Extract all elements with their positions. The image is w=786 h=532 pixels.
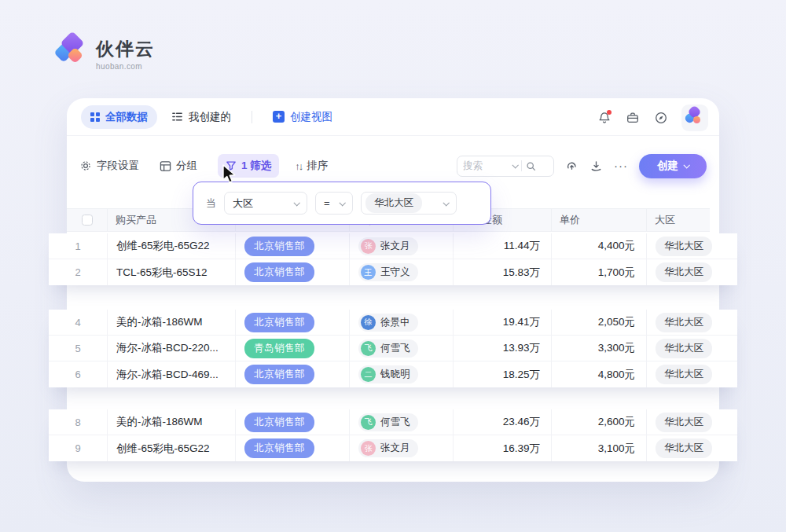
cell-person[interactable]: 飞何雪飞 [350, 409, 454, 435]
row-number: 5 [49, 336, 108, 361]
cell-region[interactable]: 华北大区 [647, 336, 737, 361]
region-tag: 华北大区 [656, 365, 712, 384]
cell-price[interactable]: 4,400元 [552, 233, 647, 259]
search-box[interactable] [457, 156, 554, 177]
sort-button[interactable]: ↑↓ 排序 [295, 159, 328, 173]
search-input[interactable] [463, 160, 509, 171]
cell-price[interactable]: 4,800元 [552, 361, 647, 387]
group-button[interactable]: 分组 [160, 159, 197, 173]
create-button-label: 创建 [657, 159, 678, 173]
cell-dept[interactable]: 北京销售部 [236, 435, 350, 461]
field-settings-button[interactable]: 字段设置 [79, 159, 139, 173]
more-icon[interactable]: ··· [614, 162, 628, 170]
brand-logo: 伙伴云 huoban.com [53, 33, 155, 71]
cell-product[interactable]: 美的-冰箱-186WM [108, 310, 236, 335]
table-row[interactable]: 2TCL-65彩电-65S12北京销售部王王守义15.83万1,700元华北大区 [49, 259, 737, 285]
cell-dept[interactable]: 北京销售部 [236, 310, 350, 335]
cell-price[interactable]: 2,600元 [552, 409, 647, 435]
cell-dept[interactable]: 北京销售部 [236, 233, 350, 259]
cell-dept[interactable]: 北京销售部 [236, 409, 350, 435]
cell-region[interactable]: 华北大区 [647, 435, 737, 461]
row-number: 2 [49, 259, 108, 285]
create-button[interactable]: 创建 [639, 154, 707, 178]
chevron-down-icon[interactable] [512, 162, 518, 168]
cell-person[interactable]: 飞何雪飞 [350, 336, 454, 361]
cell-person[interactable]: 张张文月 [350, 233, 454, 259]
tab-my-created-label: 我创建的 [189, 110, 231, 124]
cell-amount[interactable]: 18.25万 [454, 361, 552, 387]
table-row[interactable]: 1创维-65彩电-65G22北京销售部张张文月11.44万4,400元华北大区 [49, 233, 737, 259]
select-all-checkbox[interactable] [82, 215, 93, 226]
cell-amount[interactable]: 19.41万 [454, 310, 552, 335]
chevron-down-icon [683, 162, 689, 168]
search-icon[interactable] [526, 161, 536, 171]
dept-badge: 北京销售部 [244, 365, 314, 384]
cell-product[interactable]: 创维-65彩电-65G22 [108, 435, 236, 461]
table-row[interactable]: 4美的-冰箱-186WM北京销售部徐徐景中19.41万2,050元华北大区 [49, 310, 737, 336]
cell-amount[interactable]: 15.83万 [454, 259, 552, 285]
cell-person[interactable]: 王王守义 [350, 259, 454, 285]
cell-amount[interactable]: 13.93万 [454, 336, 552, 361]
dept-badge: 北京销售部 [244, 237, 314, 256]
person-name: 张文月 [380, 442, 410, 455]
cell-dept[interactable]: 青岛销售部 [236, 336, 350, 361]
select-all-cell[interactable] [67, 209, 108, 231]
app-logo-chip[interactable] [681, 105, 708, 131]
filter-operator-select[interactable]: = [315, 192, 353, 215]
filter-field-select[interactable]: 大区 [224, 192, 307, 215]
row-number: 1 [49, 233, 108, 259]
tab-all-data[interactable]: 全部数据 [81, 105, 157, 129]
cell-amount[interactable]: 23.46万 [454, 409, 552, 435]
cell-product[interactable]: 海尔-冰箱-BCD-220... [108, 336, 236, 361]
cell-price[interactable]: 2,050元 [552, 310, 647, 335]
cell-product[interactable]: TCL-65彩电-65S12 [108, 259, 236, 285]
field-settings-label: 字段设置 [97, 159, 139, 173]
filter-popup: 当 大区 = 华北大区 [193, 182, 491, 225]
cell-region[interactable]: 华北大区 [647, 310, 737, 335]
cell-price[interactable]: 1,700元 [552, 259, 647, 285]
avatar: 张 [361, 441, 376, 456]
column-header-price[interactable]: 单价 [552, 209, 647, 231]
cell-amount[interactable]: 16.39万 [454, 435, 552, 461]
notification-dot [607, 110, 612, 115]
table-row[interactable]: 5海尔-冰箱-BCD-220...青岛销售部飞何雪飞13.93万3,300元华北… [49, 336, 737, 361]
tab-create-view[interactable]: + 创建视图 [263, 105, 342, 129]
cell-dept[interactable]: 北京销售部 [236, 361, 350, 387]
person-name: 王守义 [380, 266, 410, 279]
column-header-region[interactable]: 大区 [647, 209, 710, 231]
table-row-group: 1创维-65彩电-65G22北京销售部张张文月11.44万4,400元华北大区2… [49, 233, 737, 285]
bell-icon[interactable] [597, 110, 612, 126]
briefcase-icon[interactable] [625, 110, 641, 126]
table-row[interactable]: 6海尔-冰箱-BCD-469...北京销售部二钱晓明18.25万4,800元华北… [49, 361, 737, 387]
cell-price[interactable]: 3,300元 [552, 336, 647, 361]
table-row[interactable]: 9创维-65彩电-65G22北京销售部张张文月16.39万3,100元华北大区 [49, 435, 737, 461]
cell-person[interactable]: 二钱晓明 [350, 361, 454, 387]
cell-person[interactable]: 徐徐景中 [350, 310, 454, 335]
cell-price[interactable]: 3,100元 [552, 435, 647, 461]
tab-my-created[interactable]: 我创建的 [162, 105, 241, 129]
table-row[interactable]: 8美的-冰箱-186WM北京销售部飞何雪飞23.46万2,600元华北大区 [49, 409, 737, 435]
compass-icon[interactable] [653, 110, 669, 126]
tab-all-data-label: 全部数据 [105, 110, 148, 124]
region-tag: 华北大区 [656, 237, 712, 256]
cell-amount[interactable]: 11.44万 [454, 233, 552, 259]
cell-dept[interactable]: 北京销售部 [236, 259, 350, 285]
person-name: 何雪飞 [380, 416, 410, 429]
download-icon[interactable] [590, 160, 603, 173]
cell-product[interactable]: 海尔-冰箱-BCD-469... [108, 361, 236, 387]
cell-region[interactable]: 华北大区 [647, 233, 737, 259]
person-tag: 二钱晓明 [358, 365, 418, 383]
row-number: 4 [49, 310, 108, 335]
cell-person[interactable]: 张张文月 [350, 435, 454, 461]
filter-value-select[interactable]: 华北大区 [361, 192, 457, 215]
cell-product[interactable]: 美的-冰箱-186WM [108, 409, 236, 435]
cell-product[interactable]: 创维-65彩电-65G22 [108, 233, 236, 259]
cell-region[interactable]: 华北大区 [647, 361, 737, 387]
cell-region[interactable]: 华北大区 [647, 409, 737, 435]
plus-icon: + [273, 111, 285, 123]
sync-upload-icon[interactable] [565, 160, 578, 173]
cell-region[interactable]: 华北大区 [647, 259, 737, 285]
row-number: 6 [49, 361, 108, 387]
sort-label: 排序 [307, 159, 328, 173]
table-row-group: 4美的-冰箱-186WM北京销售部徐徐景中19.41万2,050元华北大区5海尔… [49, 310, 737, 387]
